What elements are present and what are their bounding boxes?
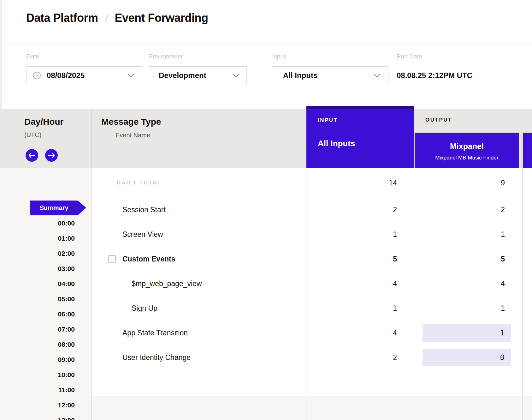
input-count: 1 bbox=[306, 222, 397, 247]
output-count: 1 bbox=[414, 222, 505, 247]
table-row-screen-view: Screen View 1 1 bbox=[91, 222, 532, 247]
chevron-down-icon bbox=[127, 74, 134, 78]
output-count: 5 bbox=[414, 247, 505, 271]
table-footer-background bbox=[91, 396, 532, 420]
prev-day-button[interactable] bbox=[26, 149, 38, 162]
input-dropdown[interactable]: All Inputs bbox=[272, 66, 388, 84]
input-count: 4 bbox=[306, 271, 397, 296]
environment-label: Environment bbox=[149, 53, 183, 60]
daily-total-input-value: 14 bbox=[306, 168, 397, 198]
environment-value: Development bbox=[159, 71, 206, 80]
environment-dropdown[interactable]: Development bbox=[149, 66, 247, 84]
hour-row-07[interactable]: 07:00 bbox=[0, 326, 75, 334]
day-hour-column-title: Day/Hour bbox=[24, 117, 63, 127]
hour-row-05[interactable]: 05:00 bbox=[0, 295, 75, 303]
input-count: 4 bbox=[306, 321, 397, 345]
event-name: User Identity Change bbox=[122, 345, 191, 370]
output-column-subtitle: Mixpanel MB Music Finder bbox=[415, 155, 519, 161]
input-value: All Inputs bbox=[283, 71, 317, 80]
hour-row-12[interactable]: 12:00 bbox=[0, 401, 75, 410]
output-count: 4 bbox=[414, 271, 505, 296]
hour-row-09[interactable]: 09:00 bbox=[0, 356, 75, 364]
hour-row-04[interactable]: 04:00 bbox=[0, 280, 75, 288]
date-dropdown[interactable]: 08/08/2025 bbox=[27, 66, 142, 84]
output-count-highlighted: 1 bbox=[423, 324, 511, 342]
input-count: 2 bbox=[306, 345, 397, 370]
table-row-session-start: Session Start 2 2 bbox=[91, 197, 532, 222]
header-divider bbox=[0, 44, 532, 44]
message-type-column-title: Message Type bbox=[101, 117, 161, 127]
event-name: Screen View bbox=[122, 222, 163, 247]
breadcrumb-item-data-platform[interactable]: Data Platform bbox=[26, 11, 98, 25]
table-row-user-identity-change: User Identity Change 2 0 bbox=[91, 345, 532, 370]
breadcrumb: Data Platform / Event Forwarding bbox=[26, 11, 208, 25]
hour-row-11[interactable]: 11:00 bbox=[0, 386, 75, 394]
event-name: App State Transition bbox=[122, 321, 188, 345]
output-section-label: OUTPUT bbox=[425, 117, 452, 123]
daily-total-label: DAILY TOTAL bbox=[117, 168, 162, 198]
event-name: $mp_web_page_view bbox=[132, 271, 202, 296]
arrow-left-icon bbox=[28, 153, 35, 158]
hour-row-10[interactable]: 10:00 bbox=[0, 371, 75, 379]
table-row-custom-events: − Custom Events 5 5 bbox=[91, 247, 532, 271]
hour-row-02[interactable]: 02:00 bbox=[0, 250, 75, 258]
breadcrumb-separator: / bbox=[104, 12, 109, 24]
hour-row-06[interactable]: 06:00 bbox=[0, 310, 75, 319]
date-label: Date bbox=[27, 53, 39, 60]
daily-total-output-value: 9 bbox=[414, 168, 505, 198]
input-label: Input bbox=[272, 53, 285, 60]
output-count: 1 bbox=[414, 296, 505, 321]
output-column-name: Mixpanel bbox=[415, 142, 519, 151]
hour-row-00[interactable]: 00:00 bbox=[0, 219, 75, 228]
chevron-down-icon bbox=[233, 74, 239, 78]
output-count: 2 bbox=[414, 197, 505, 222]
arrow-right-icon bbox=[48, 153, 55, 158]
output-column-header-mixpanel[interactable]: Mixpanel Mixpanel MB Music Finder bbox=[415, 133, 519, 168]
table-row-sign-up: Sign Up 1 1 bbox=[91, 296, 532, 321]
run-date-value: 08.08.25 2:12PM UTC bbox=[397, 71, 472, 80]
input-column-header[interactable]: INPUT All Inputs bbox=[306, 106, 414, 168]
message-type-column-subtitle: Event Name bbox=[115, 132, 150, 139]
input-count: 5 bbox=[306, 247, 397, 271]
day-hour-column-subtitle: (UTC) bbox=[24, 131, 41, 139]
hour-row-08[interactable]: 08:00 bbox=[0, 341, 75, 349]
hour-row-03[interactable]: 03:00 bbox=[0, 265, 75, 273]
output-count-highlighted: 0 bbox=[423, 349, 511, 366]
summary-badge[interactable]: Summary bbox=[30, 201, 78, 215]
hour-row-13[interactable]: 13:00 bbox=[0, 417, 75, 420]
table-row-app-state-transition: App State Transition 4 1 bbox=[91, 321, 532, 345]
output-column-header-next-partial[interactable] bbox=[523, 133, 532, 168]
date-value: 08/08/2025 bbox=[47, 71, 85, 80]
breadcrumb-item-event-forwarding: Event Forwarding bbox=[115, 11, 208, 25]
daily-total-row: DAILY TOTAL 14 9 bbox=[91, 168, 532, 198]
collapse-icon[interactable]: − bbox=[108, 255, 116, 263]
input-section-label: INPUT bbox=[318, 117, 338, 123]
next-day-button[interactable] bbox=[45, 149, 58, 162]
hour-row-01[interactable]: 01:00 bbox=[0, 235, 75, 243]
chevron-down-icon bbox=[374, 74, 381, 78]
event-name: Sign Up bbox=[132, 296, 157, 321]
table-row-mp-web-page-view: $mp_web_page_view 4 4 bbox=[91, 271, 532, 296]
event-name: Custom Events bbox=[122, 247, 175, 271]
clock-icon bbox=[33, 71, 41, 80]
event-name: Session Start bbox=[122, 197, 166, 222]
input-column-name: All Inputs bbox=[318, 139, 355, 148]
run-date-label: Run Date bbox=[397, 53, 422, 60]
input-count: 1 bbox=[306, 296, 397, 321]
input-count: 2 bbox=[306, 197, 397, 222]
